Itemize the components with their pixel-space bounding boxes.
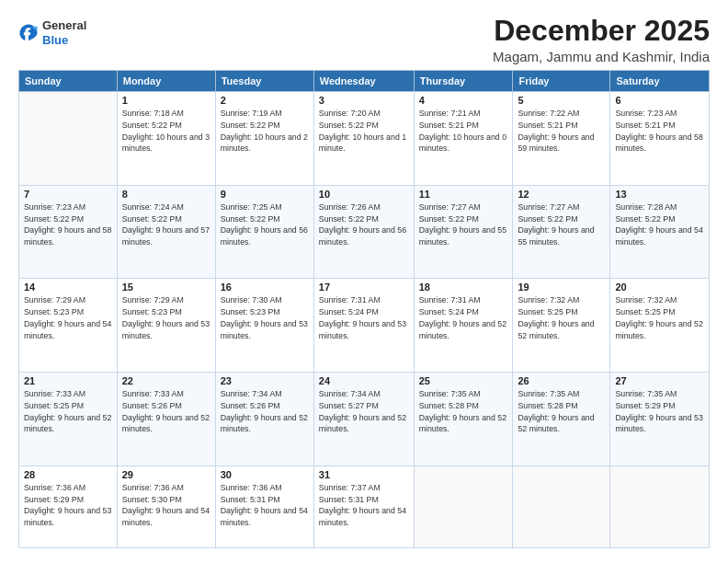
day-info: Sunrise: 7:34 AMSunset: 5:27 PMDaylight:… [319, 388, 409, 435]
calendar-cell: 31Sunrise: 7:37 AMSunset: 5:31 PMDayligh… [313, 465, 414, 547]
day-number: 5 [518, 95, 605, 106]
weekday-header: Tuesday [215, 71, 313, 92]
day-info: Sunrise: 7:28 AMSunset: 5:22 PMDaylight:… [615, 201, 704, 248]
calendar-cell [19, 92, 118, 186]
day-info: Sunrise: 7:35 AMSunset: 5:29 PMDaylight:… [615, 388, 704, 435]
day-info: Sunrise: 7:27 AMSunset: 5:22 PMDaylight:… [419, 201, 508, 248]
day-info: Sunrise: 7:18 AMSunset: 5:22 PMDaylight:… [122, 108, 210, 155]
title-area: December 2025 Magam, Jammu and Kashmir, … [493, 15, 710, 64]
calendar-cell: 6Sunrise: 7:23 AMSunset: 5:21 PMDaylight… [610, 92, 710, 186]
calendar-week-row: 14Sunrise: 7:29 AMSunset: 5:23 PMDayligh… [19, 279, 710, 373]
logo-text: General Blue [42, 18, 86, 47]
day-number: 18 [419, 282, 508, 293]
calendar-cell: 26Sunrise: 7:35 AMSunset: 5:28 PMDayligh… [513, 373, 610, 466]
day-number: 7 [24, 189, 112, 200]
calendar-cell: 5Sunrise: 7:22 AMSunset: 5:21 PMDaylight… [513, 92, 610, 186]
month-title: December 2025 [493, 15, 710, 47]
calendar-cell: 18Sunrise: 7:31 AMSunset: 5:24 PMDayligh… [414, 279, 513, 373]
calendar-cell: 7Sunrise: 7:23 AMSunset: 5:22 PMDaylight… [19, 185, 118, 279]
calendar-header-row: SundayMondayTuesdayWednesdayThursdayFrid… [19, 71, 710, 92]
day-number: 6 [615, 95, 704, 106]
day-number: 12 [518, 189, 605, 200]
day-info: Sunrise: 7:35 AMSunset: 5:28 PMDaylight:… [518, 388, 605, 435]
day-number: 8 [122, 189, 210, 200]
weekday-header: Friday [513, 71, 610, 92]
calendar-cell: 3Sunrise: 7:20 AMSunset: 5:22 PMDaylight… [313, 92, 414, 186]
calendar-cell: 27Sunrise: 7:35 AMSunset: 5:29 PMDayligh… [610, 373, 710, 466]
day-number: 11 [419, 189, 508, 200]
calendar-cell: 29Sunrise: 7:36 AMSunset: 5:30 PMDayligh… [117, 465, 215, 547]
calendar-cell: 1Sunrise: 7:18 AMSunset: 5:22 PMDaylight… [117, 92, 215, 186]
page: General Blue December 2025 Magam, Jammu … [0, 0, 728, 563]
calendar-cell: 17Sunrise: 7:31 AMSunset: 5:24 PMDayligh… [313, 279, 414, 373]
day-number: 14 [24, 282, 112, 293]
weekday-header: Thursday [414, 71, 513, 92]
calendar-cell [513, 465, 610, 547]
day-number: 3 [319, 95, 409, 106]
weekday-header: Sunday [19, 71, 118, 92]
day-info: Sunrise: 7:27 AMSunset: 5:22 PMDaylight:… [518, 201, 605, 248]
day-info: Sunrise: 7:24 AMSunset: 5:22 PMDaylight:… [122, 201, 210, 248]
day-info: Sunrise: 7:31 AMSunset: 5:24 PMDaylight:… [319, 294, 409, 341]
calendar-cell: 19Sunrise: 7:32 AMSunset: 5:25 PMDayligh… [513, 279, 610, 373]
calendar-week-row: 1Sunrise: 7:18 AMSunset: 5:22 PMDaylight… [19, 92, 710, 186]
day-number: 15 [122, 282, 210, 293]
day-number: 9 [221, 189, 309, 200]
header: General Blue December 2025 Magam, Jammu … [18, 15, 710, 64]
day-number: 26 [518, 375, 605, 386]
location-title: Magam, Jammu and Kashmir, India [493, 49, 710, 64]
day-info: Sunrise: 7:22 AMSunset: 5:21 PMDaylight:… [518, 108, 605, 155]
calendar-cell: 9Sunrise: 7:25 AMSunset: 5:22 PMDaylight… [215, 185, 313, 279]
day-number: 19 [518, 282, 605, 293]
calendar-week-row: 28Sunrise: 7:36 AMSunset: 5:29 PMDayligh… [19, 465, 710, 547]
calendar-cell: 10Sunrise: 7:26 AMSunset: 5:22 PMDayligh… [313, 185, 414, 279]
calendar-week-row: 7Sunrise: 7:23 AMSunset: 5:22 PMDaylight… [19, 185, 710, 279]
day-info: Sunrise: 7:32 AMSunset: 5:25 PMDaylight:… [615, 294, 704, 341]
calendar-cell: 25Sunrise: 7:35 AMSunset: 5:28 PMDayligh… [414, 373, 513, 466]
calendar-cell: 16Sunrise: 7:30 AMSunset: 5:23 PMDayligh… [215, 279, 313, 373]
logo-icon [18, 23, 39, 43]
calendar-cell: 13Sunrise: 7:28 AMSunset: 5:22 PMDayligh… [610, 185, 710, 279]
day-number: 28 [24, 469, 112, 480]
day-info: Sunrise: 7:23 AMSunset: 5:22 PMDaylight:… [24, 201, 112, 248]
day-number: 1 [122, 95, 210, 106]
calendar-week-row: 21Sunrise: 7:33 AMSunset: 5:25 PMDayligh… [19, 373, 710, 466]
calendar-cell: 24Sunrise: 7:34 AMSunset: 5:27 PMDayligh… [313, 373, 414, 466]
day-number: 24 [319, 375, 409, 386]
day-number: 25 [419, 375, 508, 386]
weekday-header: Saturday [610, 71, 710, 92]
calendar-table: SundayMondayTuesdayWednesdayThursdayFrid… [18, 70, 710, 548]
day-number: 10 [319, 189, 409, 200]
day-number: 17 [319, 282, 409, 293]
day-info: Sunrise: 7:33 AMSunset: 5:26 PMDaylight:… [122, 388, 210, 435]
day-info: Sunrise: 7:37 AMSunset: 5:31 PMDaylight:… [319, 482, 409, 529]
weekday-header: Monday [117, 71, 215, 92]
day-number: 30 [221, 469, 309, 480]
calendar-cell: 14Sunrise: 7:29 AMSunset: 5:23 PMDayligh… [19, 279, 118, 373]
day-info: Sunrise: 7:36 AMSunset: 5:29 PMDaylight:… [24, 482, 112, 529]
day-number: 31 [319, 469, 409, 480]
calendar-cell: 21Sunrise: 7:33 AMSunset: 5:25 PMDayligh… [19, 373, 118, 466]
calendar-cell: 22Sunrise: 7:33 AMSunset: 5:26 PMDayligh… [117, 373, 215, 466]
day-number: 23 [221, 375, 309, 386]
calendar-cell: 8Sunrise: 7:24 AMSunset: 5:22 PMDaylight… [117, 185, 215, 279]
day-info: Sunrise: 7:21 AMSunset: 5:21 PMDaylight:… [419, 108, 508, 155]
day-number: 16 [221, 282, 309, 293]
day-number: 4 [419, 95, 508, 106]
day-info: Sunrise: 7:25 AMSunset: 5:22 PMDaylight:… [221, 201, 309, 248]
day-info: Sunrise: 7:26 AMSunset: 5:22 PMDaylight:… [319, 201, 409, 248]
day-info: Sunrise: 7:20 AMSunset: 5:22 PMDaylight:… [319, 108, 409, 155]
day-info: Sunrise: 7:31 AMSunset: 5:24 PMDaylight:… [419, 294, 508, 341]
calendar-cell: 2Sunrise: 7:19 AMSunset: 5:22 PMDaylight… [215, 92, 313, 186]
calendar-cell: 30Sunrise: 7:36 AMSunset: 5:31 PMDayligh… [215, 465, 313, 547]
calendar-cell [414, 465, 513, 547]
day-info: Sunrise: 7:32 AMSunset: 5:25 PMDaylight:… [518, 294, 605, 341]
calendar-cell: 28Sunrise: 7:36 AMSunset: 5:29 PMDayligh… [19, 465, 118, 547]
calendar-cell: 23Sunrise: 7:34 AMSunset: 5:26 PMDayligh… [215, 373, 313, 466]
day-info: Sunrise: 7:30 AMSunset: 5:23 PMDaylight:… [221, 294, 309, 341]
day-number: 27 [615, 375, 704, 386]
day-number: 20 [615, 282, 704, 293]
day-number: 22 [122, 375, 210, 386]
calendar-cell: 20Sunrise: 7:32 AMSunset: 5:25 PMDayligh… [610, 279, 710, 373]
logo: General Blue [18, 18, 86, 47]
